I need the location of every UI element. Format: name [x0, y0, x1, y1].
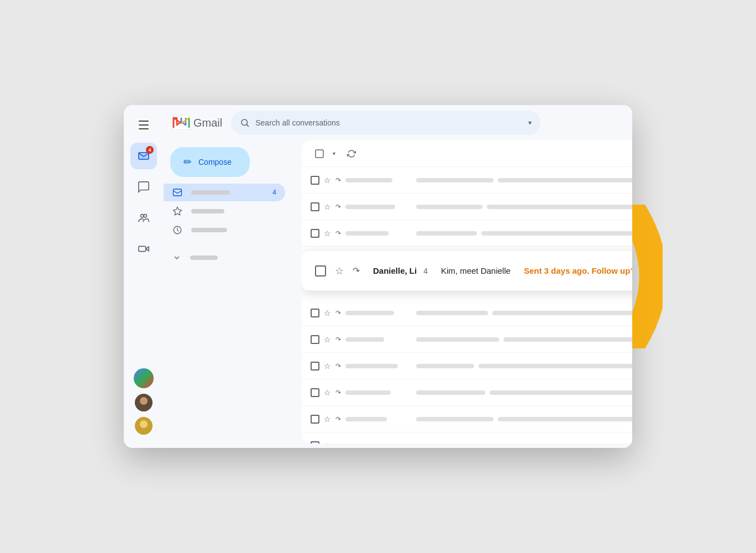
inbox-icon	[172, 187, 182, 197]
avatar-group-icon[interactable]	[134, 368, 154, 388]
search-input-placeholder: Search all conversations	[255, 118, 523, 127]
row-checkbox[interactable]	[311, 229, 319, 238]
row-checkbox[interactable]	[311, 388, 319, 397]
row-snooze-icon[interactable]: ↷	[335, 229, 341, 237]
highlighted-email-count: 4	[423, 267, 428, 275]
highlighted-sender: Danielle, Li	[373, 266, 417, 275]
meet-rail-icon[interactable]	[130, 236, 157, 262]
row-snooze-icon[interactable]: ↷	[335, 389, 341, 397]
mail-rail-icon[interactable]: 4	[130, 143, 157, 169]
row-star-icon[interactable]: ☆	[324, 229, 331, 238]
table-row[interactable]: ☆ ↷	[302, 379, 632, 406]
gmail-logo-text: Gmail	[193, 117, 222, 129]
main-content: Gmail Search all conversations ▾ Active	[164, 105, 632, 448]
row-star-icon[interactable]: ☆	[324, 309, 331, 317]
row-checkbox[interactable]	[311, 309, 319, 317]
row-star-icon[interactable]: ☆	[324, 362, 331, 371]
refresh-button[interactable]	[343, 145, 360, 163]
nav-item-snoozed[interactable]	[164, 221, 285, 239]
email-toolbar: ▾ ‹ ›	[302, 140, 632, 167]
row-checkbox[interactable]	[311, 415, 319, 424]
gmail-m-icon	[172, 116, 190, 130]
row-checkbox[interactable]	[311, 441, 319, 444]
more-label-bar	[190, 255, 218, 260]
svg-point-2	[141, 215, 144, 218]
email-rows: ☆ ↷ ☆ ↷	[302, 167, 632, 444]
row-checkbox[interactable]	[311, 176, 319, 185]
row-checkbox[interactable]	[311, 335, 319, 344]
row-snooze-icon[interactable]: ↷	[335, 203, 341, 211]
search-bar[interactable]: Search all conversations ▾	[231, 111, 540, 135]
search-dropdown-icon[interactable]: ▾	[528, 119, 532, 127]
select-all-checkbox[interactable]	[311, 145, 328, 163]
svg-rect-20	[316, 150, 323, 158]
gmail-window: 4	[124, 105, 632, 448]
table-row[interactable]: ☆ ↷	[302, 167, 632, 194]
search-icon	[240, 118, 250, 128]
nav-item-more[interactable]	[164, 249, 285, 267]
table-row[interactable]: ☆ ↷	[302, 353, 632, 379]
row-snooze-icon[interactable]: ↷	[335, 415, 341, 423]
hamburger-icon	[139, 121, 149, 129]
row-snooze-icon[interactable]: ↷	[335, 176, 341, 184]
row-snooze-icon[interactable]: ↷	[335, 442, 341, 444]
table-row[interactable]: ☆ ↷	[302, 220, 632, 247]
row-star-icon[interactable]: ☆	[324, 441, 331, 444]
row-star-icon[interactable]: ☆	[324, 202, 331, 211]
chevron-down-nav-icon	[172, 253, 181, 262]
nav-item-inbox[interactable]: 4	[164, 184, 285, 201]
row-star-icon[interactable]: ☆	[324, 335, 331, 344]
app-rail: 4	[124, 105, 164, 448]
nav-sidebar: ✏ Compose 4	[164, 140, 302, 448]
row-snooze-icon[interactable]: ↷	[335, 362, 341, 370]
svg-point-5	[140, 397, 148, 405]
row-checkbox[interactable]	[311, 202, 319, 211]
highlighted-row-star-icon[interactable]: ☆	[335, 265, 344, 277]
compose-button[interactable]: ✏ Compose	[170, 147, 250, 177]
spaces-rail-icon[interactable]	[130, 205, 157, 231]
email-list-area: ▾ ‹ ›	[302, 140, 632, 444]
chat-rail-icon[interactable]	[130, 174, 157, 200]
table-row[interactable]: ☆ ↷	[302, 432, 632, 444]
compose-label: Compose	[198, 158, 232, 166]
select-dropdown-button[interactable]: ▾	[329, 145, 338, 163]
table-row[interactable]: ☆ ↷	[302, 326, 632, 353]
highlighted-row-checkbox[interactable]	[315, 265, 326, 276]
highlighted-email-nudge: Sent 3 days ago. Follow up?	[524, 266, 632, 275]
nav-item-starred[interactable]	[164, 202, 285, 220]
avatar-user1[interactable]	[135, 394, 153, 411]
highlighted-row-snooze-icon[interactable]: ↷	[353, 265, 360, 276]
mail-unread-badge: 4	[146, 146, 154, 154]
hamburger-menu-button[interactable]	[133, 114, 155, 136]
chat-icon	[138, 181, 150, 193]
row-snooze-icon[interactable]: ↷	[335, 336, 341, 343]
starred-label-bar	[191, 209, 224, 213]
inbox-label-bar	[191, 190, 230, 195]
avatar-user2[interactable]	[135, 417, 153, 435]
spaces-icon	[138, 212, 150, 224]
svg-line-15	[247, 124, 249, 126]
row-checkbox[interactable]	[311, 362, 319, 371]
table-row[interactable]: ☆ ↷	[302, 406, 632, 432]
star-icon	[172, 206, 182, 216]
compose-icon: ✏	[183, 156, 192, 168]
svg-point-3	[144, 215, 147, 218]
highlighted-email-subject: Kim, meet Danielle	[441, 266, 511, 275]
app-header: Gmail Search all conversations ▾ Active	[164, 105, 632, 140]
svg-point-6	[140, 420, 148, 428]
row-star-icon[interactable]: ☆	[324, 176, 331, 185]
gmail-logo: Gmail	[172, 116, 222, 130]
snoozed-icon	[172, 225, 182, 235]
body-area: ✏ Compose 4	[164, 140, 632, 448]
table-row[interactable]: ☆ ↷	[302, 194, 632, 220]
row-star-icon[interactable]: ☆	[324, 415, 331, 424]
inbox-count: 4	[272, 189, 276, 196]
svg-rect-4	[139, 246, 146, 251]
row-snooze-icon[interactable]: ↷	[335, 309, 341, 317]
table-row[interactable]: ☆ ↷	[302, 300, 632, 326]
meet-icon	[138, 243, 150, 255]
snoozed-label-bar	[191, 228, 227, 232]
svg-marker-18	[174, 207, 182, 215]
highlighted-email-row[interactable]: ☆ ↷ Danielle, Li 4 Kim, meet Danielle Se…	[302, 251, 632, 291]
row-star-icon[interactable]: ☆	[324, 388, 331, 397]
